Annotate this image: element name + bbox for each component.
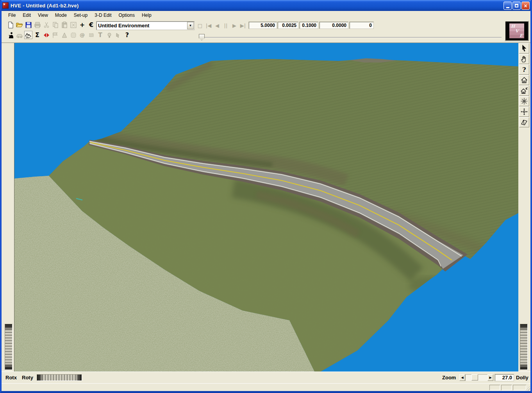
app-window: HVE - Untitled (Ad1-b2.hve) × File Edit …	[0, 0, 532, 393]
euro-icon[interactable]: €	[87, 21, 95, 29]
hve-logo: H V E	[505, 21, 529, 41]
menu-options[interactable]: Options	[115, 11, 138, 19]
roty-thumbwheel[interactable]	[520, 324, 528, 370]
maximize-icon	[515, 4, 518, 7]
bottom-control-bar: Rotx Roty Zoom ◀ ▶ 27.0 Dolly	[2, 372, 530, 383]
playback-controls: □ |◀ ◀ || ▶ ▶|	[197, 23, 246, 29]
save-icon[interactable]	[24, 21, 32, 29]
view-all-button[interactable]	[519, 96, 529, 106]
step-forward-button[interactable]: ▶	[231, 23, 237, 29]
cut-icon[interactable]	[42, 21, 50, 29]
event-marker-icon[interactable]	[42, 31, 50, 39]
pointer-tool-icon[interactable]	[114, 31, 122, 39]
sigma-icon[interactable]: Σ	[33, 31, 41, 39]
toolbar: + € Σ @ T ? Untitled Environment	[2, 20, 530, 43]
surface-small-icon[interactable]	[87, 31, 95, 39]
menu-file[interactable]: File	[5, 11, 19, 19]
logo-letter-e: E	[520, 33, 523, 38]
add-vehicle-icon[interactable]	[15, 31, 23, 39]
add-environment-icon[interactable]	[24, 31, 32, 39]
viewer-toolbar: ?	[519, 43, 529, 127]
close-button[interactable]: ×	[521, 2, 530, 10]
rot-thumbwheel-horizontal[interactable]	[37, 374, 82, 381]
menu-bar: File Edit View Mode Set-up 3-D Edit Opti…	[2, 11, 530, 20]
timeline-slider-thumb[interactable]	[199, 34, 205, 41]
text-tool-icon[interactable]: T	[96, 31, 104, 39]
camera-type-button[interactable]	[519, 117, 529, 127]
pause-button[interactable]: ||	[223, 23, 229, 29]
viewport-3d[interactable]	[14, 43, 518, 372]
roty-label: Roty	[22, 375, 33, 380]
menu-setup[interactable]: Set-up	[70, 11, 91, 19]
zoom-value-field[interactable]: 27.0	[495, 374, 514, 381]
flag-icon[interactable]	[51, 31, 59, 39]
menu-help[interactable]: Help	[138, 11, 155, 19]
maximize-button[interactable]	[512, 2, 521, 10]
light-icon[interactable]	[105, 31, 113, 39]
window-title: HVE - Untitled (Ad1-b2.hve)	[11, 3, 79, 9]
new-icon[interactable]	[6, 21, 14, 29]
title-bar: HVE - Untitled (Ad1-b2.hve) ×	[0, 0, 532, 11]
3d-scene[interactable]	[14, 43, 519, 372]
cone-icon[interactable]	[60, 31, 68, 39]
set-home-view-button[interactable]	[519, 86, 529, 96]
minimize-icon	[506, 7, 509, 8]
menu-edit[interactable]: Edit	[19, 11, 34, 19]
print-icon[interactable]	[33, 21, 41, 29]
dolly-label: Dolly	[516, 375, 528, 380]
left-gutter	[2, 43, 14, 372]
help-icon[interactable]: ?	[123, 31, 131, 39]
seek-button[interactable]	[519, 107, 529, 117]
hve-logo-square: H V E	[509, 23, 524, 38]
chevron-down-icon[interactable]: ▼	[187, 22, 194, 29]
output-interval-field[interactable]: 0.1000	[299, 21, 318, 29]
viewer-help-button[interactable]: ?	[519, 64, 529, 75]
status-cell-3	[513, 385, 526, 390]
go-end-button[interactable]: ▶|	[240, 23, 246, 29]
logo-letter-h: H	[511, 24, 515, 29]
plus-icon[interactable]: +	[78, 21, 86, 29]
zoom-decrease-button[interactable]: ◀	[459, 374, 465, 381]
surface-mesh-icon[interactable]	[69, 31, 77, 39]
zoom-label: Zoom	[442, 375, 456, 380]
open-folder-icon[interactable]	[15, 21, 23, 29]
zoom-slider-thumb[interactable]	[471, 374, 478, 380]
sim-time-field[interactable]: 5.0000	[248, 21, 277, 29]
status-bar	[2, 383, 530, 391]
add-human-icon[interactable]	[6, 31, 14, 39]
pick-arrow-button[interactable]	[519, 43, 529, 54]
app-icon	[2, 2, 9, 9]
environment-select[interactable]: Untitled Environment ▼	[96, 21, 195, 30]
integration-step-field[interactable]: 0.0025	[277, 21, 298, 29]
copy-icon[interactable]	[51, 21, 59, 29]
menu-3d-edit[interactable]: 3-D Edit	[91, 11, 115, 19]
rotx-thumbwheel[interactable]	[5, 324, 12, 370]
paste-icon[interactable]	[60, 21, 68, 29]
frame-count-field[interactable]: 0	[349, 21, 374, 29]
minimize-button[interactable]	[503, 2, 512, 10]
current-time-field[interactable]: 0.0000	[319, 21, 348, 29]
at-symbol-icon[interactable]: @	[78, 31, 86, 39]
menu-mode[interactable]: Mode	[52, 11, 70, 19]
stop-button[interactable]: □	[197, 23, 203, 29]
report-icon[interactable]	[69, 21, 77, 29]
right-gutter: ?	[518, 43, 530, 372]
menu-view[interactable]: View	[34, 11, 52, 19]
zoom-slider-track[interactable]	[465, 374, 487, 381]
go-start-button[interactable]: |◀	[205, 23, 212, 29]
timeline-slider-track[interactable]	[199, 37, 502, 38]
step-back-button[interactable]: ◀	[214, 23, 220, 29]
pan-hand-button[interactable]	[519, 54, 529, 64]
status-cell-1	[489, 385, 500, 390]
zoom-increase-button[interactable]: ▶	[487, 374, 493, 381]
home-view-button[interactable]	[519, 75, 529, 85]
rotx-label: Rotx	[5, 375, 17, 380]
environment-select-value: Untitled Environment	[96, 23, 187, 29]
logo-letter-v: V	[515, 29, 519, 34]
status-cell-2	[501, 385, 512, 390]
